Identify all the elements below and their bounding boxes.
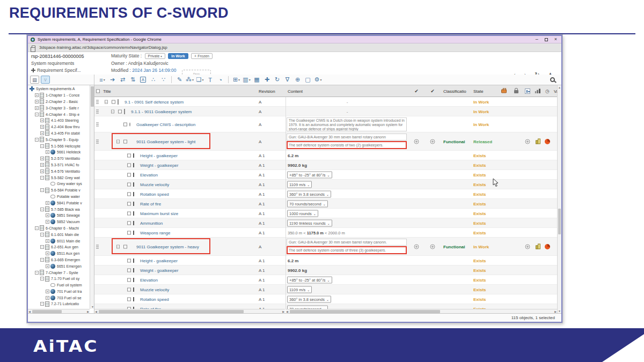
tree-item[interactable]: −6.3-665 Emergen (28, 257, 89, 263)
tab-switcher-icon[interactable] (32, 46, 35, 49)
filter-icon[interactable]: ∇ (283, 76, 292, 84)
collapse-icon[interactable]: − (40, 258, 44, 262)
url-bar[interactable]: 3dspace-training.aitac.nl/3dspace/common… (28, 43, 561, 52)
requirement-link[interactable]: Weight - goalkeeper (140, 268, 178, 272)
drag-handle-icon[interactable] (96, 99, 99, 104)
columns-icon[interactable]: ▥▾ (242, 76, 251, 84)
marker-radio-icon[interactable] (430, 139, 435, 144)
marker-radio-icon[interactable] (414, 139, 419, 144)
tree-item[interactable]: +2-Chapter 2 - Basic (28, 99, 89, 105)
column-content[interactable]: Content (288, 88, 303, 93)
row-checkbox[interactable] (127, 268, 131, 272)
table-row[interactable]: Weight - goalkeeperA 19902.0 kgExists (94, 265, 557, 275)
structure-column-icon[interactable] (525, 88, 530, 94)
tree-item[interactable]: −6-Chapter 6 - Machi (28, 225, 89, 232)
edit-table-icon[interactable]: ⊞▾ (232, 76, 241, 84)
table-row[interactable]: Maximum burst sizeA 11000 rounds⌄Exists (94, 209, 557, 218)
tree-horizontal-scrollbar[interactable]: ◀ ▶ (28, 309, 90, 313)
scroll-right-icon[interactable]: ▶ (87, 309, 89, 313)
expand-icon[interactable]: + (40, 157, 44, 160)
hierarchy-icon[interactable]: ⁂▾ (185, 76, 194, 84)
history-column-icon[interactable]: ◷ (545, 88, 550, 93)
insert-text-icon[interactable]: T (206, 76, 215, 84)
share-structure-icon[interactable]: ∵ (159, 76, 168, 84)
content-select[interactable]: 1000 rounds⌄ (287, 210, 318, 217)
table-row[interactable]: Rate of fireA 170 rounds/second⌄Exists (94, 304, 557, 309)
tree-item[interactable]: +6011 Main die (28, 238, 89, 244)
web-icon[interactable]: ⊕ (293, 76, 302, 84)
content-select[interactable]: +85° to -25° at 80°/s⌄ (287, 276, 332, 283)
structure-radio-icon[interactable] (525, 244, 530, 249)
content-select[interactable]: +85° to -25° at 80°/s⌄ (287, 171, 332, 178)
tree-item[interactable]: +4.1-403 Steering (28, 117, 89, 124)
requirement-link[interactable]: 9.1 - 0901 Self defence system (125, 99, 184, 104)
tree-item[interactable]: +5.4-576 Ventilatio (28, 168, 89, 174)
row-checkbox[interactable] (127, 221, 131, 225)
tree-item[interactable]: +701 Fuel oil tra (28, 289, 89, 295)
requirement-link[interactable]: Rate of fire (140, 201, 161, 206)
requirement-link[interactable]: Ammunition (140, 220, 163, 225)
table-row[interactable]: Height - goalkeeperA 16.2 mExists (94, 151, 557, 160)
marker-column-2-icon[interactable]: ✔ (430, 88, 435, 94)
content-select[interactable]: 1109 m/s⌄ (287, 181, 312, 188)
collapse-icon[interactable]: − (116, 245, 120, 248)
requirement-link[interactable]: 9011 Goalkeeper system - light (136, 139, 195, 144)
pie-report-icon[interactable]: ◔ (216, 76, 225, 84)
expand-icon[interactable]: + (46, 213, 49, 217)
requirement-link[interactable]: Height - goalkeeper (140, 153, 178, 158)
tree-item[interactable]: +703 Fuel oil se (28, 294, 89, 301)
row-checkbox[interactable] (127, 173, 131, 176)
tree-vertical-scrollbar[interactable]: ▼ (90, 85, 94, 309)
content-select[interactable]: 70 rounds/second⌄ (287, 200, 328, 207)
structure-radio-icon[interactable] (525, 139, 530, 144)
content-select[interactable]: 360° in 3.8 seconds⌄ (287, 295, 331, 302)
tree-item[interactable]: +4.2-404 Bow thru (28, 124, 89, 130)
collapse-icon[interactable]: − (40, 144, 44, 148)
drag-handle-icon[interactable] (96, 122, 99, 127)
row-checkbox[interactable] (112, 100, 115, 104)
requirement-link[interactable]: Maximum burst size (140, 211, 178, 216)
tree-item[interactable]: +3-Chapter 3 - Safe r (28, 105, 89, 111)
tree-item[interactable]: −7.2-71 Lubricatio (28, 301, 89, 307)
collapse-icon[interactable]: − (40, 176, 44, 180)
validate-table-icon[interactable]: ▦ (252, 76, 261, 84)
expand-icon[interactable]: + (40, 119, 44, 122)
requirement-link[interactable]: Muzzle velocity (140, 287, 169, 292)
tree-item[interactable]: +4.3-405 Fin stabil (28, 130, 89, 137)
table-row[interactable]: −9.1 - 0901 Self defence systemA-In Work (94, 97, 557, 107)
restore-icon[interactable] (545, 38, 548, 41)
table-row[interactable]: Goalkeeper CIWS - descriptionAThe Goalke… (94, 116, 557, 132)
table-row[interactable]: ElevationA 1+85° to -25° at 80°/s⌄Exists (94, 170, 557, 180)
requirement-link[interactable]: 9011 Goalkeeper system - heavy (136, 244, 199, 249)
scroll-up-icon[interactable]: ▲ (558, 85, 561, 90)
column-state[interactable]: State (473, 88, 484, 93)
row-checkbox[interactable] (127, 153, 131, 157)
expand-icon[interactable]: + (46, 201, 49, 205)
expand-icon[interactable]: + (46, 296, 49, 300)
expand-icon[interactable]: + (46, 290, 49, 293)
scroll-down-icon[interactable]: ▼ (91, 305, 94, 309)
collapse-icon[interactable]: − (35, 138, 39, 142)
collapse-icon[interactable]: − (35, 113, 39, 116)
edit-icon[interactable]: ✎ (175, 76, 184, 84)
tree-item[interactable]: −5.5-582 Grey wat (28, 174, 89, 181)
drag-handle-icon[interactable] (96, 244, 99, 249)
marker-radio-icon[interactable] (430, 244, 435, 249)
scroll-down-icon[interactable]: ▼ (558, 309, 561, 313)
row-checkbox[interactable] (127, 297, 131, 301)
table-row[interactable]: Rate of fireA 170 rounds/second⌄Exists (94, 199, 557, 209)
tools-icon[interactable]: ⚙▾ (313, 76, 323, 84)
export-report-icon[interactable]: ➔ (108, 76, 117, 84)
requirement-link[interactable]: Rotation speed (140, 191, 169, 196)
table-row[interactable]: Height - goalkeeperA 16.2 mExists (94, 256, 557, 265)
tree-item[interactable]: +5851 Sewage (28, 212, 89, 219)
tree-item[interactable]: +5.2-570 Ventilatio (28, 156, 89, 162)
collapse-icon[interactable]: − (40, 188, 44, 192)
close-icon[interactable]: × (554, 37, 557, 42)
table-row[interactable]: Weight - goalkeeperA 19902.0 kgExists (94, 160, 557, 170)
collapse-icon[interactable]: − (40, 208, 44, 211)
table-row[interactable]: Muzzle velocityA 11109 m/s⌄Exists (94, 180, 557, 189)
collapse-icon[interactable]: − (105, 100, 108, 104)
column-revision[interactable]: Revision (259, 88, 275, 93)
expand-icon[interactable]: + (40, 169, 44, 173)
